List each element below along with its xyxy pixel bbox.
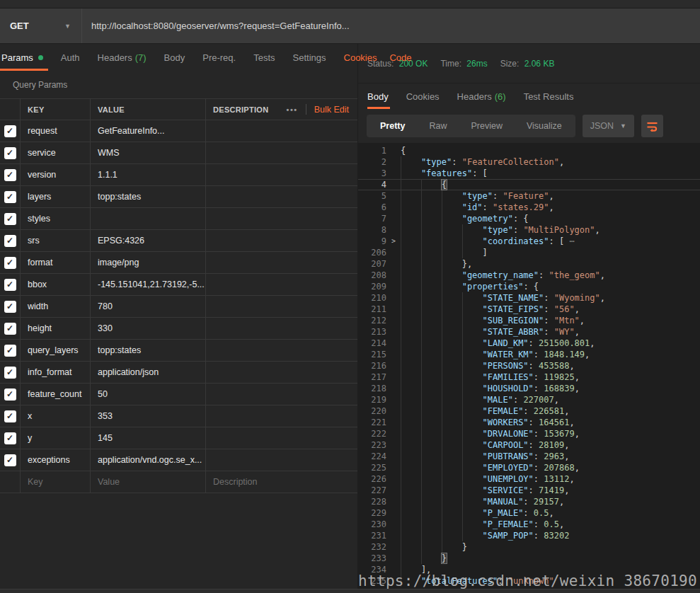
checkbox-checked[interactable]: ✓	[4, 235, 16, 247]
param-description-cell[interactable]	[206, 340, 357, 361]
param-description-cell[interactable]	[206, 274, 357, 295]
param-description-cell[interactable]	[206, 296, 357, 317]
param-value-cell[interactable]: 330	[91, 318, 206, 339]
tab-tests[interactable]: Tests	[253, 44, 275, 71]
param-key-cell[interactable]: x	[21, 405, 91, 427]
view-tab-visualize[interactable]: Visualize	[515, 115, 574, 137]
response-tab-cookies[interactable]: Cookies	[406, 84, 440, 109]
tab-settings[interactable]: Settings	[293, 44, 326, 71]
response-tab-testresults[interactable]: Test Results	[524, 84, 574, 109]
response-tab-headers[interactable]: Headers(6)	[457, 84, 506, 109]
checkbox-checked[interactable]: ✓	[4, 388, 16, 401]
param-description-cell[interactable]	[206, 384, 357, 405]
param-description-cell[interactable]	[206, 120, 357, 142]
param-value-cell[interactable]: -145.151041,21.73192,-5...	[91, 274, 206, 295]
param-value-placeholder[interactable]: Value	[91, 471, 206, 493]
view-tab-preview[interactable]: Preview	[459, 115, 514, 137]
param-key-cell[interactable]: srs	[21, 230, 91, 251]
param-value-cell[interactable]	[91, 208, 206, 229]
view-tab-raw[interactable]: Raw	[417, 115, 459, 137]
url-input[interactable]: http://localhost:8080/geoserver/wms?requ…	[82, 8, 700, 43]
fold-gutter	[386, 473, 401, 485]
tab-params[interactable]: Params	[1, 44, 43, 71]
param-description-cell[interactable]	[206, 427, 357, 449]
param-value-cell[interactable]: WMS	[91, 142, 206, 163]
bulk-edit-button[interactable]: Bulk Edit	[314, 105, 349, 115]
method-dropdown[interactable]: GET ▼	[0, 8, 82, 43]
code-line: 218"HOUSHOLD": 168839,	[358, 383, 700, 394]
param-key-cell[interactable]: service	[21, 142, 91, 163]
param-description-cell[interactable]	[206, 208, 357, 229]
param-description-cell[interactable]	[206, 252, 357, 273]
param-value-cell[interactable]: application/json	[91, 362, 206, 383]
checkbox-checked[interactable]: ✓	[4, 191, 16, 203]
fold-gutter	[386, 247, 401, 258]
param-value-cell[interactable]: application/vnd.ogc.se_x...	[91, 449, 206, 471]
checkbox-checked[interactable]: ✓	[4, 147, 16, 159]
wrap-text-button[interactable]	[641, 115, 663, 137]
param-value-cell[interactable]: topp:states	[91, 186, 206, 207]
indent-guide	[421, 326, 442, 338]
param-key-cell[interactable]: format	[21, 252, 91, 273]
more-options-icon[interactable]: •••	[287, 105, 298, 114]
checkbox-checked[interactable]: ✓	[4, 213, 16, 225]
checkbox-checked[interactable]: ✓	[4, 410, 16, 422]
fold-arrow-icon[interactable]: >	[386, 236, 401, 247]
tab-auth[interactable]: Auth	[61, 44, 80, 71]
param-key-cell[interactable]: height	[21, 318, 91, 339]
param-key-cell[interactable]: query_layers	[21, 340, 91, 361]
checkbox-checked[interactable]: ✓	[4, 279, 16, 291]
param-description-placeholder[interactable]: Description	[206, 471, 357, 493]
param-value-cell[interactable]: 50	[91, 384, 206, 405]
param-key-cell[interactable]: bbox	[21, 274, 91, 295]
tab-headers[interactable]: Headers(7)	[98, 44, 147, 71]
checkbox-checked[interactable]: ✓	[4, 257, 16, 269]
response-tab-body[interactable]: Body	[367, 84, 389, 109]
param-key-cell[interactable]: y	[21, 427, 91, 449]
param-value-cell[interactable]: image/png	[91, 252, 206, 273]
param-key-cell[interactable]: info_format	[21, 362, 91, 383]
param-description-cell[interactable]	[206, 405, 357, 427]
param-description-cell[interactable]	[206, 142, 357, 163]
tab-body[interactable]: Body	[164, 44, 185, 71]
indent-guide	[401, 462, 421, 473]
checkbox-checked[interactable]: ✓	[4, 301, 16, 313]
param-key-cell[interactable]: exceptions	[21, 449, 91, 471]
param-description-cell[interactable]	[206, 186, 357, 207]
param-key-cell[interactable]: styles	[21, 208, 91, 229]
indent-guide	[442, 417, 462, 428]
checkbox-checked[interactable]: ✓	[4, 345, 16, 357]
param-value-cell[interactable]: 780	[91, 296, 206, 317]
checkbox-checked[interactable]: ✓	[4, 454, 16, 466]
param-value-cell[interactable]: 1.1.1	[91, 164, 206, 185]
link-code[interactable]: Code	[389, 44, 411, 71]
checkbox-checked[interactable]: ✓	[4, 169, 16, 181]
param-key-cell[interactable]: request	[21, 120, 91, 142]
param-row: ✓srsEPSG:4326	[0, 230, 357, 252]
param-key-placeholder[interactable]: Key	[21, 471, 91, 493]
param-value-cell[interactable]: topp:states	[91, 340, 206, 361]
response-body-editor[interactable]: 1{2"type": "FeatureCollection",3"feature…	[358, 143, 700, 589]
param-description-cell[interactable]	[206, 362, 357, 383]
checkbox-checked[interactable]: ✓	[4, 323, 16, 335]
param-value-cell[interactable]: GetFeatureInfo...	[91, 120, 206, 142]
checkbox-checked[interactable]: ✓	[4, 125, 16, 137]
param-value-cell[interactable]: 145	[91, 427, 206, 449]
param-key-cell[interactable]: layers	[21, 186, 91, 207]
param-description-cell[interactable]	[206, 318, 357, 339]
param-value-cell[interactable]: 353	[91, 405, 206, 427]
tab-prereq[interactable]: Pre-req.	[202, 44, 236, 71]
checkbox-checked[interactable]: ✓	[4, 367, 16, 379]
param-description-cell[interactable]	[206, 449, 357, 471]
checkbox-checked[interactable]: ✓	[4, 432, 16, 444]
param-key-cell[interactable]: feature_count	[21, 384, 91, 405]
format-select[interactable]: JSON ▼	[583, 115, 634, 137]
param-value-cell[interactable]: EPSG:4326	[91, 230, 206, 251]
param-key-cell[interactable]: width	[21, 296, 91, 317]
link-cookies[interactable]: Cookies	[344, 44, 377, 71]
view-tab-pretty[interactable]: Pretty	[368, 115, 417, 137]
param-description-cell[interactable]	[206, 164, 357, 185]
param-key-cell[interactable]: version	[21, 164, 91, 185]
param-checkbox-cell: ✓	[0, 384, 21, 405]
param-description-cell[interactable]	[206, 230, 357, 251]
